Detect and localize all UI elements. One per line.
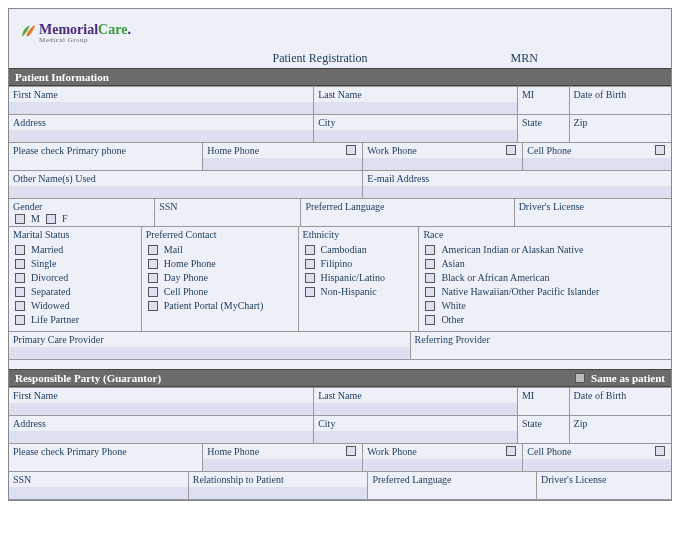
address-label: Address <box>9 115 313 129</box>
g-work-phone-input[interactable] <box>363 459 522 471</box>
marital-status-options: Married Single Divorced Separated Widowe… <box>9 241 141 331</box>
ssn-label: SSN <box>155 199 300 213</box>
last-name-input[interactable] <box>314 102 517 114</box>
section-guarantor: Responsible Party (Guarantor) Same as pa… <box>9 369 671 387</box>
g-home-phone-check[interactable] <box>346 446 356 456</box>
home-phone-label: Home Phone <box>207 145 259 157</box>
g-cell-phone-label: Cell Phone <box>527 446 571 458</box>
work-phone-input[interactable] <box>363 158 522 170</box>
race-title: Race <box>419 227 671 241</box>
gender-m-label: M <box>31 213 40 224</box>
mi-label: MI <box>518 87 569 101</box>
g-address-label: Address <box>9 416 313 430</box>
first-name-input[interactable] <box>9 102 313 114</box>
contact-homephone-check[interactable] <box>148 259 158 269</box>
g-city-input[interactable] <box>314 431 517 443</box>
race-asian-check[interactable] <box>425 259 435 269</box>
contact-mail-check[interactable] <box>148 245 158 255</box>
work-phone-check[interactable] <box>506 145 516 155</box>
marital-separated-check[interactable] <box>15 287 25 297</box>
first-name-label: First Name <box>9 87 313 101</box>
g-dob-label: Date of Birth <box>570 388 671 402</box>
cell-phone-check[interactable] <box>655 145 665 155</box>
g-zip-label: Zip <box>570 416 671 430</box>
address-input[interactable] <box>9 130 313 142</box>
g-last-name-label: Last Name <box>314 388 517 402</box>
title-row: Patient Registration MRN <box>9 51 671 68</box>
gender-f-check[interactable] <box>46 214 56 224</box>
ethnicity-options: Cambodian Filipino Hispanic/Latino Non-H… <box>299 241 419 303</box>
g-ssn-label: SSN <box>9 472 188 486</box>
gender-label: Gender <box>9 199 154 213</box>
leaf-icon <box>19 22 37 40</box>
marital-single-check[interactable] <box>15 259 25 269</box>
eth-filipino-check[interactable] <box>305 259 315 269</box>
home-phone-input[interactable] <box>203 158 362 170</box>
state-label: State <box>518 115 569 129</box>
eth-cambodian-check[interactable] <box>305 245 315 255</box>
marital-married-check[interactable] <box>15 245 25 255</box>
eth-hispanic-check[interactable] <box>305 273 315 283</box>
mrn-label: MRN <box>471 51 662 66</box>
g-city-label: City <box>314 416 517 430</box>
g-last-name-input[interactable] <box>314 403 517 415</box>
same-as-patient-label: Same as patient <box>591 372 665 384</box>
contact-dayphone-check[interactable] <box>148 273 158 283</box>
race-nhpi-check[interactable] <box>425 287 435 297</box>
g-home-phone-label: Home Phone <box>207 446 259 458</box>
other-names-label: Other Name(s) Used <box>9 171 362 185</box>
g-cell-phone-check[interactable] <box>655 446 665 456</box>
race-options: American Indian or Alaskan Native Asian … <box>419 241 671 331</box>
g-relationship-label: Relationship to Patient <box>189 472 368 486</box>
email-input[interactable] <box>363 186 671 198</box>
gender-f-label: F <box>62 213 68 224</box>
form-page: MemorialCare. Medical Group Patient Regi… <box>8 8 672 501</box>
cell-phone-label: Cell Phone <box>527 145 571 157</box>
zip-label: Zip <box>570 115 671 129</box>
cell-phone-input[interactable] <box>523 158 671 170</box>
pcp-label: Primary Care Provider <box>9 332 410 346</box>
g-state-label: State <box>518 416 569 430</box>
g-pref-lang-label: Preferred Language <box>368 472 536 486</box>
race-aian-check[interactable] <box>425 245 435 255</box>
marital-widowed-check[interactable] <box>15 301 25 311</box>
gender-m-check[interactable] <box>15 214 25 224</box>
eth-nonhispanic-check[interactable] <box>305 287 315 297</box>
contact-portal-check[interactable] <box>148 301 158 311</box>
section-patient-info: Patient Information <box>9 68 671 86</box>
race-black-check[interactable] <box>425 273 435 283</box>
referring-label: Referring Provider <box>411 332 671 346</box>
g-mi-label: MI <box>518 388 569 402</box>
page-title: Patient Registration <box>170 51 471 66</box>
marital-lifepartner-check[interactable] <box>15 315 25 325</box>
g-work-phone-label: Work Phone <box>367 446 416 458</box>
pref-lang-label: Preferred Language <box>301 199 513 213</box>
g-relationship-input[interactable] <box>189 487 368 499</box>
g-address-input[interactable] <box>9 431 313 443</box>
g-cell-phone-input[interactable] <box>523 459 671 471</box>
pref-contact-title: Preferred Contact <box>142 227 298 241</box>
g-first-name-label: First Name <box>9 388 313 402</box>
contact-cellphone-check[interactable] <box>148 287 158 297</box>
other-names-input[interactable] <box>9 186 362 198</box>
marital-status-title: Marital Status <box>9 227 141 241</box>
pref-contact-options: Mail Home Phone Day Phone Cell Phone Pat… <box>142 241 298 317</box>
g-primary-phone-label: Please check Primary Phone <box>9 444 202 458</box>
dob-label: Date of Birth <box>570 87 671 101</box>
primary-phone-label: Please check Primary phone <box>9 143 202 157</box>
g-work-phone-check[interactable] <box>506 446 516 456</box>
home-phone-check[interactable] <box>346 145 356 155</box>
logo: MemorialCare. Medical Group <box>19 22 131 44</box>
g-first-name-input[interactable] <box>9 403 313 415</box>
g-home-phone-input[interactable] <box>203 459 362 471</box>
last-name-label: Last Name <box>314 87 517 101</box>
marital-divorced-check[interactable] <box>15 273 25 283</box>
pcp-input[interactable] <box>9 347 410 359</box>
race-white-check[interactable] <box>425 301 435 311</box>
race-other-check[interactable] <box>425 315 435 325</box>
g-ssn-input[interactable] <box>9 487 188 499</box>
same-as-patient-check[interactable] <box>575 373 585 383</box>
g-dl-label: Driver's License <box>537 472 671 486</box>
city-input[interactable] <box>314 130 517 142</box>
email-label: E-mail Address <box>363 171 671 185</box>
